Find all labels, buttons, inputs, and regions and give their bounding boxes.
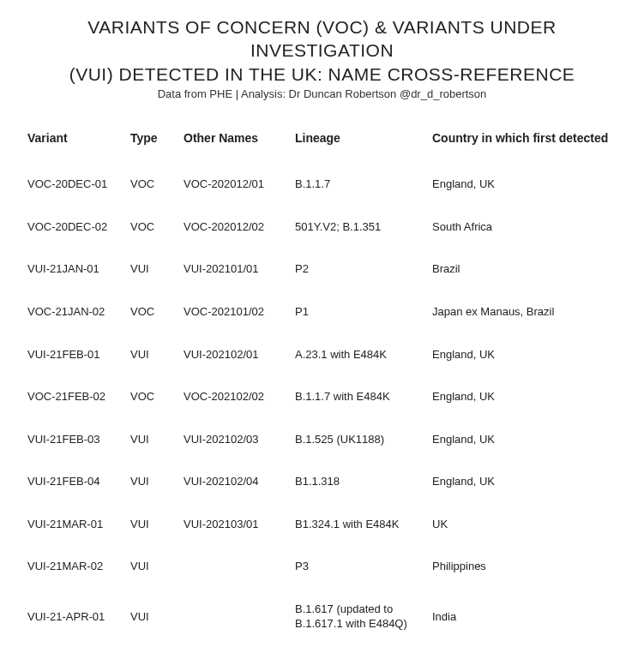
cell-variant: VOC-20DEC-02 (24, 206, 127, 249)
col-header-country: Country in which first detected (429, 126, 620, 164)
cell-lineage: A.23.1 with E484K (292, 333, 429, 376)
cell-other-names: VOC-202012/01 (180, 163, 292, 206)
col-header-other-names: Other Names (180, 126, 292, 164)
cell-other-names (180, 588, 292, 645)
table-row: VUI-21JAN-01VUIVUI-202101/01P2Brazil (24, 248, 620, 291)
cell-variant: VUI-21-APR-01 (24, 588, 127, 645)
cell-type: VUI (127, 588, 180, 645)
cell-other-names (180, 545, 292, 588)
table-row: VOC-20DEC-01VOCVOC-202012/01B.1.1.7Engla… (24, 163, 620, 206)
cell-variant: VUI-21FEB-03 (24, 418, 127, 461)
cell-lineage: 501Y.V2; B.1.351 (292, 206, 429, 249)
cell-country: UK (429, 503, 620, 546)
cell-variant: VOC-20DEC-01 (24, 163, 127, 206)
table-body: VOC-20DEC-01VOCVOC-202012/01B.1.1.7Engla… (24, 163, 620, 645)
cell-other-names: VUI-202103/01 (180, 503, 292, 546)
title-line-2: (VUI) DETECTED IN THE UK: NAME CROSS-REF… (69, 64, 575, 84)
cell-type: VOC (127, 163, 180, 206)
cell-type: VOC (127, 206, 180, 249)
cell-country: England, UK (429, 333, 620, 376)
col-header-variant: Variant (24, 126, 127, 164)
cell-country: England, UK (429, 460, 620, 503)
cell-lineage: B1.1.318 (292, 460, 429, 503)
table-row: VOC-20DEC-02VOCVOC-202012/02501Y.V2; B.1… (24, 206, 620, 249)
cell-type: VUI (127, 418, 180, 461)
table-row: VUI-21FEB-01VUIVUI-202102/01A.23.1 with … (24, 333, 620, 376)
cell-lineage: B.1.1.7 (292, 163, 429, 206)
cell-variant: VUI-21JAN-01 (24, 248, 127, 291)
table-row: VOC-21FEB-02VOCVOC-202102/02B.1.1.7 with… (24, 375, 620, 418)
cell-lineage: P1 (292, 291, 429, 333)
cell-other-names: VOC-202012/02 (180, 206, 292, 249)
cell-type: VUI (127, 248, 180, 291)
cell-type: VUI (127, 545, 180, 588)
cell-lineage: P3 (292, 545, 429, 588)
cell-variant: VUI-21FEB-04 (24, 460, 127, 503)
cell-variant: VUI-21MAR-02 (24, 545, 127, 588)
cell-lineage: B.1.1.7 with E484K (292, 375, 429, 418)
table-header-row: Variant Type Other Names Lineage Country… (24, 126, 620, 164)
cell-country: Philippines (429, 545, 620, 588)
cell-country: Brazil (429, 248, 620, 291)
cell-type: VUI (127, 460, 180, 503)
cell-other-names: VOC-202102/02 (180, 375, 292, 418)
title-line-1: VARIANTS OF CONCERN (VOC) & VARIANTS UND… (87, 17, 556, 60)
cell-other-names: VUI-202102/01 (180, 333, 292, 376)
cell-variant: VOC-21JAN-02 (24, 291, 127, 333)
cell-type: VUI (127, 503, 180, 546)
cell-other-names: VUI-202102/04 (180, 460, 292, 503)
cell-lineage: B1.324.1 with E484K (292, 503, 429, 546)
cell-variant: VOC-21FEB-02 (24, 375, 127, 418)
cell-country: South Africa (429, 206, 620, 249)
cell-type: VOC (127, 291, 180, 333)
cell-type: VUI (127, 333, 180, 376)
col-header-lineage: Lineage (292, 126, 429, 164)
table-row: VUI-21-APR-01VUIB.1.617 (updated to B.1.… (24, 588, 620, 645)
cell-lineage: B.1.525 (UK1188) (292, 418, 429, 461)
cell-variant: VUI-21MAR-01 (24, 503, 127, 546)
cell-other-names: VUI-202102/03 (180, 418, 292, 461)
variants-table: Variant Type Other Names Lineage Country… (24, 126, 620, 645)
table-row: VUI-21FEB-04VUIVUI-202102/04B1.1.318Engl… (24, 460, 620, 503)
table-row: VUI-21FEB-03VUIVUI-202102/03B.1.525 (UK1… (24, 418, 620, 461)
cell-country: Japan ex Manaus, Brazil (429, 291, 620, 333)
cell-variant: VUI-21FEB-01 (24, 333, 127, 376)
cell-lineage: B.1.617 (updated to B.1.617.1 with E484Q… (292, 588, 429, 645)
table-row: VUI-21MAR-01VUIVUI-202103/01B1.324.1 wit… (24, 503, 620, 546)
cell-other-names: VUI-202101/01 (180, 248, 292, 291)
page-subtitle: Data from PHE | Analysis: Dr Duncan Robe… (24, 87, 620, 100)
col-header-type: Type (127, 126, 180, 164)
cell-other-names: VOC-202101/02 (180, 291, 292, 333)
cell-type: VOC (127, 375, 180, 418)
table-row: VUI-21MAR-02VUIP3Philippines (24, 545, 620, 588)
cell-lineage: P2 (292, 248, 429, 291)
page-title: VARIANTS OF CONCERN (VOC) & VARIANTS UND… (24, 15, 620, 86)
cell-country: India (429, 588, 620, 645)
cell-country: England, UK (429, 418, 620, 461)
cell-country: England, UK (429, 163, 620, 206)
table-row: VOC-21JAN-02VOCVOC-202101/02P1Japan ex M… (24, 291, 620, 333)
cell-country: England, UK (429, 375, 620, 418)
